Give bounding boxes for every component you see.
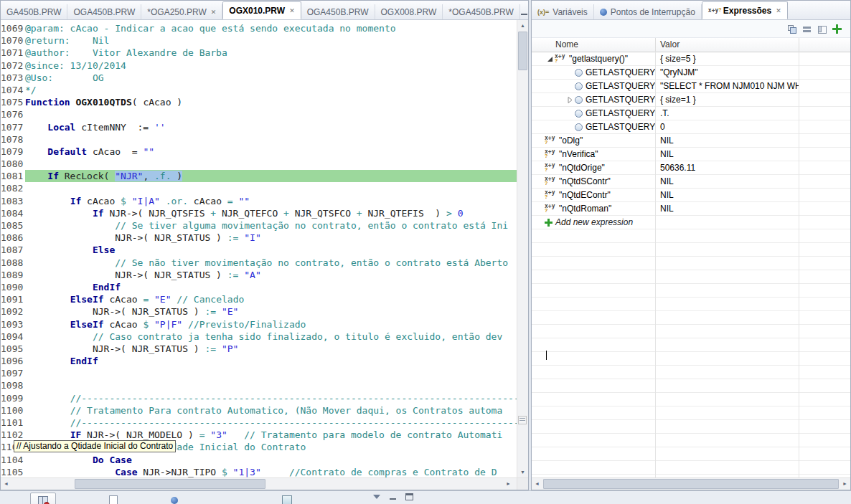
scroll-right-icon[interactable]: ► [840, 478, 850, 489]
line-content: // Caso contrato ja tenha sido finalizad… [25, 331, 517, 343]
expression-row[interactable]: "nQtdRoman"NIL [532, 202, 850, 216]
panel-tab-bar: VariáveisPontos de InterrupçãoExpressões… [532, 1, 850, 20]
scroll-down-icon[interactable]: ▼ [517, 467, 528, 477]
editor-tab[interactable]: *OGA450B.PRW [443, 4, 519, 19]
code-line: 1081 If RecLock( "NJR", .f. ) [1, 170, 517, 182]
panel-tab[interactable]: Variáveis [532, 4, 594, 19]
vertical-scroll-thumb[interactable] [518, 32, 527, 70]
scroll-left-icon[interactable]: ◄ [1, 478, 11, 489]
empty-row [532, 379, 850, 393]
line-number: 1075 [1, 96, 25, 108]
bottom-tab-editor[interactable] [102, 493, 125, 504]
line-number: 1099 [1, 392, 25, 404]
panel-tab[interactable]: Pontos de Interrupção [594, 4, 702, 19]
expression-row[interactable]: GETLASTQUERY("QryNJM" [532, 66, 850, 80]
watch-expression-icon [545, 204, 556, 214]
line-content: @author: Vitor Alexandre de Barba [25, 47, 517, 59]
line-number: 1086 [1, 232, 25, 244]
expand-icon[interactable] [565, 95, 575, 104]
expression-row[interactable]: "oDlg"NIL [532, 134, 850, 148]
code-line: 1099 //---------------------------------… [1, 392, 517, 404]
editor-tab[interactable]: OGX010.PRW✕ [222, 1, 301, 19]
column-header-nome[interactable]: Nome [532, 38, 656, 52]
expression-row[interactable]: "nVerifica"NIL [532, 148, 850, 161]
line-content: NJR->( NJR_STATUS ) := "E" [25, 305, 517, 318]
panel-horizontal-scrollbar[interactable]: ◄ ► [532, 477, 850, 490]
line-number: 1070 [1, 34, 25, 47]
minimize-icon[interactable] [520, 9, 528, 16]
line-number: 1082 [1, 182, 25, 194]
bottom-tab-debug[interactable] [30, 493, 56, 504]
watch-expression-icon [545, 149, 556, 159]
scroll-right-icon[interactable]: ► [503, 478, 514, 489]
code-line: 1105 Case NJR->NJR_TIPO $ "1|3" //Contra… [1, 466, 517, 477]
expression-row[interactable]: GETLASTQUERY(0 [532, 120, 850, 134]
tab-close-icon[interactable]: ✕ [289, 7, 295, 14]
line-content: // Tratamento Para contrato Automatico, … [25, 404, 517, 417]
filter-icon[interactable] [373, 495, 380, 499]
scroll-up-icon[interactable]: ▲ [517, 20, 528, 31]
expression-name-cell: "nQtdSContr" [532, 176, 656, 186]
code-line: 1083 If cAcao $ "I|A" .or. cAcao = "" [1, 195, 517, 207]
column-header-valor[interactable]: Valor [656, 38, 799, 52]
tab-close-icon[interactable]: ✕ [776, 7, 781, 14]
expression-row[interactable]: "nQtdSContr"NIL [532, 175, 850, 189]
line-content: @param: cAcao - Indicar a acao que está … [25, 22, 517, 34]
editor-horizontal-scrollbar[interactable]: ◄ ► [1, 477, 528, 490]
line-content [25, 182, 517, 194]
tab-close-icon[interactable]: ✕ [211, 9, 217, 16]
expression-name-cell: "nQtdRoman" [532, 204, 656, 214]
expression-value: { size=5 } [656, 54, 799, 64]
collapse-icon[interactable] [545, 54, 555, 63]
line-content: IF NJR->( NJR_MODELO ) = "3" // Tratamen… [25, 429, 517, 441]
code-line: 1102 IF NJR->( NJR_MODELO ) = "3" // Tra… [1, 429, 517, 441]
column-divider[interactable] [799, 52, 799, 477]
editor-tab[interactable]: OGX008.PRW [375, 4, 443, 19]
watch-expression-icon [545, 163, 556, 173]
horizontal-scroll-thumb[interactable] [543, 479, 839, 489]
show-logical-structure-icon[interactable] [787, 24, 796, 34]
code-line: 1090 EndIf [1, 281, 517, 293]
empty-row [532, 270, 850, 284]
layout-icon[interactable] [817, 24, 827, 34]
expression-row[interactable]: GETLASTQUERY({ size=1 } [532, 93, 850, 107]
expression-value: NIL [656, 135, 799, 146]
editor-tab[interactable]: OGA450B.PRW [67, 4, 141, 19]
minimize-icon[interactable] [389, 493, 397, 500]
line-content: ElseIf cAcao $ "P|F" //Previsto/Finaliza… [25, 318, 517, 331]
vertical-scrollbar[interactable]: ▲ ▼ [517, 20, 528, 477]
add-expression-row[interactable]: Add new expression [532, 216, 850, 229]
expression-row[interactable]: "nQtdOrige"50636.11 [532, 161, 850, 175]
line-content: //--------------------------------------… [25, 417, 517, 429]
panel-tab[interactable]: Expressões✕ [702, 1, 788, 19]
bottom-tab-breakpoints[interactable] [164, 493, 185, 504]
code-editor[interactable]: 1069@param: cAcao - Indicar a acao que e… [1, 22, 517, 477]
editor-tab[interactable]: GA450B.PRW [1, 4, 67, 19]
expression-name: "nQtdRoman" [559, 204, 611, 214]
line-number: 1072 [1, 60, 25, 72]
scroll-left-icon[interactable]: ◄ [532, 478, 542, 489]
expression-row[interactable]: "nQtdEContr"NIL [532, 189, 850, 202]
line-content: Case NJR->NJR_TIPO $ "1|3" //Contrato de… [25, 466, 517, 477]
line-number: 1095 [1, 343, 25, 355]
add-new-expression-icon[interactable] [832, 24, 842, 34]
collapse-all-icon[interactable] [802, 24, 812, 34]
line-content: EndIf [25, 355, 517, 367]
line-content: NJR->( NJR_STATUS ) := "A" [25, 269, 517, 281]
editor-tab[interactable]: OGA450B.PRW [301, 4, 375, 19]
code-line: 1101 //---------------------------------… [1, 417, 517, 429]
code-line: 1073@Uso: OG [1, 72, 517, 84]
maximize-icon[interactable] [405, 493, 413, 500]
editor-tab[interactable]: *OGA250.PRW✕ [141, 4, 222, 19]
bottom-tab-tasks[interactable] [275, 493, 299, 504]
scrollbar-corner [517, 478, 528, 490]
expression-name-cell: GETLASTQUERY( [532, 95, 656, 105]
column-divider[interactable] [655, 52, 656, 477]
expression-row[interactable]: GETLASTQUERY("SELECT * FROM NJM010 NJM W… [532, 80, 850, 93]
expression-row[interactable]: "getlastquery()"{ size=5 } [532, 52, 850, 66]
editor-tabs: GA450B.PRWOGA450B.PRW*OGA250.PRW✕OGX010.… [1, 1, 520, 19]
expression-row[interactable]: GETLASTQUERY(.T. [532, 107, 850, 120]
code-line: 1089 NJR->( NJR_STATUS ) := "A" [1, 269, 517, 281]
line-content: Do Case [25, 454, 517, 466]
horizontal-scroll-thumb[interactable] [75, 479, 265, 489]
